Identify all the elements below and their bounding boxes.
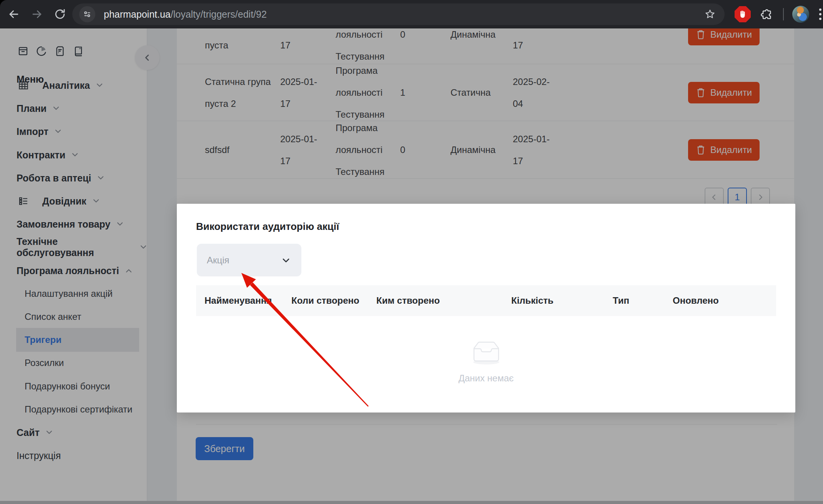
column-header: Тип	[613, 285, 629, 316]
extensions-puzzle-icon[interactable]	[759, 7, 775, 22]
column-header: Найменування	[205, 285, 272, 316]
adblock-icon[interactable]	[735, 6, 751, 22]
url-text: pharmapoint.ua/loyalty/triggers/edit/92	[104, 9, 702, 20]
page: динамічна група пуста2025-01-17Програма …	[0, 28, 823, 504]
column-header: Коли створено	[291, 285, 359, 316]
empty-state-text: Даних немає	[177, 373, 795, 384]
back-icon[interactable]	[6, 7, 22, 22]
column-header: Ким створено	[376, 285, 440, 316]
browser-toolbar: pharmapoint.ua/loyalty/triggers/edit/92	[0, 0, 823, 28]
toolbar-divider	[783, 8, 784, 20]
url-bar[interactable]: pharmapoint.ua/loyalty/triggers/edit/92	[72, 3, 725, 25]
column-header: Кількість	[511, 285, 554, 316]
select-placeholder: Акція	[207, 255, 229, 266]
popover-title: Використати аудиторію акції	[196, 221, 339, 233]
url-domain: pharmapoint.ua	[104, 9, 171, 20]
popover-table-header: НайменуванняКоли створеноКим створеноКіл…	[196, 285, 776, 316]
profile-avatar[interactable]	[792, 6, 809, 23]
site-info-icon[interactable]	[79, 6, 95, 22]
url-path: /loyalty/triggers/edit/92	[171, 9, 267, 20]
audience-popover: Використати аудиторію акції Акція Наймен…	[177, 204, 795, 413]
empty-inbox-icon	[470, 339, 503, 366]
chevron-down-icon	[281, 255, 291, 266]
action-select[interactable]: Акція	[197, 244, 301, 276]
reload-icon[interactable]	[52, 7, 68, 22]
bookmark-star-icon[interactable]	[702, 7, 718, 22]
forward-icon[interactable]	[29, 7, 45, 22]
chrome-menu-icon[interactable]	[818, 7, 823, 22]
column-header: Оновлено	[673, 285, 719, 316]
empty-state: Даних немає	[177, 339, 795, 384]
